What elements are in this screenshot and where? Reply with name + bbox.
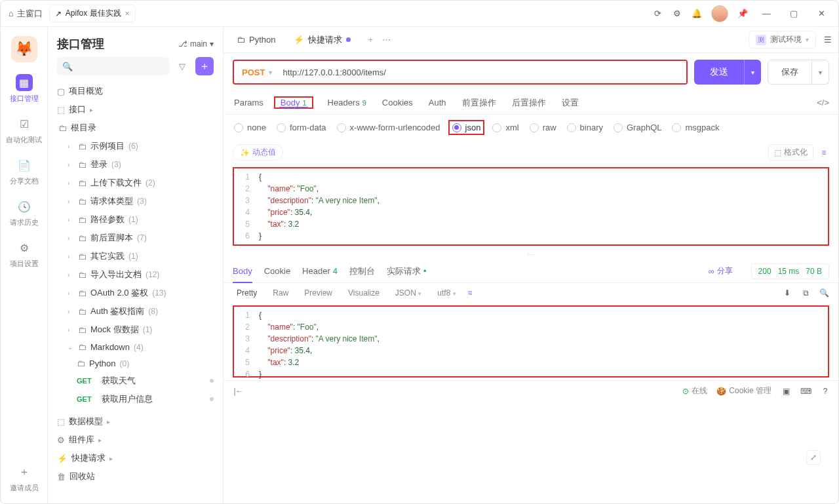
rail-invite[interactable]: ＋邀请成员: [10, 463, 39, 493]
rtab-pre[interactable]: 前置操作: [461, 91, 498, 114]
pin-icon[interactable]: 📌: [737, 9, 748, 19]
tab-more-icon[interactable]: ⋯: [382, 35, 391, 45]
tree-folder[interactable]: ›🗀登录 (3): [52, 155, 219, 174]
resp-header[interactable]: Header4: [302, 260, 338, 282]
filter-button[interactable]: ▽: [173, 57, 191, 75]
code-icon[interactable]: </>: [817, 98, 829, 107]
send-button[interactable]: 发送: [694, 60, 744, 85]
rtab-cookies[interactable]: Cookies: [381, 91, 414, 114]
save-button[interactable]: 保存: [768, 60, 812, 85]
request-body-editor[interactable]: 123456 { "name": "Foo", "description": "…: [233, 167, 829, 246]
view-pretty[interactable]: Pretty: [233, 287, 261, 299]
tree-python[interactable]: 🗀Python (0): [52, 355, 219, 372]
resp-actual[interactable]: 实际请求•: [387, 260, 427, 282]
resp-cookie[interactable]: Cookie: [264, 260, 290, 282]
bell-icon[interactable]: 🔔: [692, 9, 702, 19]
title-tab[interactable]: ↗ Apifox 最佳实践 ×: [49, 5, 136, 22]
dynamic-values-button[interactable]: ✨动态值: [233, 144, 283, 161]
tree-folder[interactable]: ⌄🗀Markdown (4): [52, 339, 219, 355]
refresh-icon[interactable]: ⟳: [652, 9, 663, 19]
tree-components[interactable]: ⚙组件库▸: [52, 431, 219, 449]
tree-folder[interactable]: ›🗀导入导出文档 (12): [52, 265, 219, 284]
tree-folder[interactable]: ›🗀路径参数 (1): [52, 210, 219, 229]
view-preview[interactable]: Preview: [300, 287, 336, 299]
minimize-icon[interactable]: —: [757, 7, 775, 20]
tree-folder[interactable]: ›🗀OAuth 2.0 鉴权 (13): [52, 284, 219, 302]
encoding[interactable]: utf8 ▾: [433, 287, 459, 299]
rtab-headers[interactable]: Headers9: [326, 91, 368, 114]
close-tab-icon[interactable]: ×: [125, 9, 130, 18]
tab-quickrequest[interactable]: ⚡快捷请求: [286, 27, 359, 52]
rail-settings[interactable]: ⚙项目设置: [10, 239, 39, 269]
tab-python[interactable]: 🗀Python: [229, 27, 283, 52]
method-selector[interactable]: POST▾: [234, 68, 280, 77]
tree-root[interactable]: 🗀根目录: [52, 119, 219, 137]
view-raw[interactable]: Raw: [269, 287, 292, 299]
tree-folder[interactable]: ›🗀Mock 假数据 (1): [52, 320, 219, 339]
view-visualize[interactable]: Visualize: [344, 287, 383, 299]
collapse-icon[interactable]: |←: [231, 384, 246, 398]
rtab-settings[interactable]: 设置: [560, 91, 580, 114]
splitter[interactable]: ⋯: [224, 251, 838, 260]
bt-graphql[interactable]: GraphQL: [614, 123, 661, 132]
resp-body[interactable]: Body: [233, 260, 252, 282]
wrap-icon[interactable]: ≡: [819, 147, 829, 158]
share-button[interactable]: ∞分享: [709, 265, 733, 277]
tree-folder[interactable]: ›🗀请求体类型 (3): [52, 192, 219, 210]
env-selector[interactable]: 测测试环境▾: [749, 31, 816, 48]
home-button[interactable]: ⌂ 主窗口: [9, 8, 43, 20]
bt-none[interactable]: none: [234, 123, 266, 132]
tree-endpoint[interactable]: GET 获取用户信息: [52, 390, 219, 408]
tree-folder[interactable]: ›🗀Auth 鉴权指南 (8): [52, 302, 219, 320]
tree-models[interactable]: ⬚数据模型▸: [52, 412, 219, 431]
rtab-auth[interactable]: Auth: [427, 91, 448, 114]
settings-icon[interactable]: ⚙: [672, 9, 682, 19]
cookie-manage[interactable]: 🍪Cookie 管理: [716, 385, 771, 397]
rail-automation[interactable]: ☑自动化测试: [6, 115, 42, 145]
menu-icon[interactable]: ☰: [823, 35, 833, 45]
response-body-editor[interactable]: 123456 { "name": "Foo", "description": "…: [233, 305, 829, 378]
avatar[interactable]: [711, 5, 728, 22]
rail-history[interactable]: 🕓请求历史: [10, 198, 39, 227]
format-json[interactable]: JSON ▾: [391, 287, 425, 299]
app-logo[interactable]: 🦊: [11, 36, 37, 62]
bt-raw[interactable]: raw: [530, 123, 556, 132]
wrap-icon[interactable]: ≡: [468, 288, 473, 298]
format-button[interactable]: ⬚格式化: [768, 144, 813, 161]
save-dropdown[interactable]: ▾: [812, 60, 829, 85]
bt-msgpack[interactable]: msgpack: [672, 123, 719, 132]
rtab-body[interactable]: Body1: [279, 98, 308, 107]
expand-button[interactable]: ⤢: [806, 450, 821, 465]
bt-urlencoded[interactable]: x-www-form-urlencoded: [337, 123, 440, 132]
bt-xml[interactable]: xml: [492, 123, 518, 132]
bt-binary[interactable]: binary: [567, 123, 603, 132]
tree-folder[interactable]: ›🗀上传下载文件 (2): [52, 174, 219, 192]
rail-api[interactable]: ▦接口管理: [10, 74, 39, 104]
search-input[interactable]: 🔍: [57, 57, 169, 75]
help-icon[interactable]: ?: [820, 386, 830, 397]
copy-icon[interactable]: ⧉: [800, 288, 811, 298]
download-icon[interactable]: ⬇: [782, 288, 792, 298]
resp-console[interactable]: 控制台: [349, 260, 375, 282]
tree-trash[interactable]: 🗑回收站: [52, 467, 219, 486]
terminal-icon[interactable]: ▣: [781, 386, 791, 397]
tree-quickreq[interactable]: ⚡快捷请求▸: [52, 449, 219, 467]
tree-endpoint[interactable]: GET 获取天气: [52, 372, 219, 390]
bt-formdata[interactable]: form-data: [277, 123, 326, 132]
send-dropdown[interactable]: ▾: [744, 60, 761, 85]
tree-folder[interactable]: ›🗀前后置脚本 (7): [52, 229, 219, 247]
branch-selector[interactable]: ⎇main▾: [178, 39, 214, 48]
search-response-icon[interactable]: 🔍: [819, 288, 829, 298]
rtab-post[interactable]: 后置操作: [511, 91, 547, 114]
rail-docs[interactable]: 📄分享文档: [10, 157, 39, 186]
url-input[interactable]: [280, 61, 686, 83]
tree-folder[interactable]: ›🗀其它实践 (1): [52, 247, 219, 265]
tree-overview[interactable]: ▢项目概览: [52, 82, 219, 100]
close-window-icon[interactable]: ✕: [812, 7, 830, 20]
online-status[interactable]: ⊙在线: [682, 385, 707, 397]
shortcut-icon[interactable]: ⌨: [800, 386, 811, 397]
rtab-params[interactable]: Params: [233, 91, 265, 114]
bt-json[interactable]: json: [452, 123, 481, 132]
tree-interface[interactable]: ⬚接口▸: [52, 100, 219, 119]
add-button[interactable]: ＋: [195, 57, 214, 75]
